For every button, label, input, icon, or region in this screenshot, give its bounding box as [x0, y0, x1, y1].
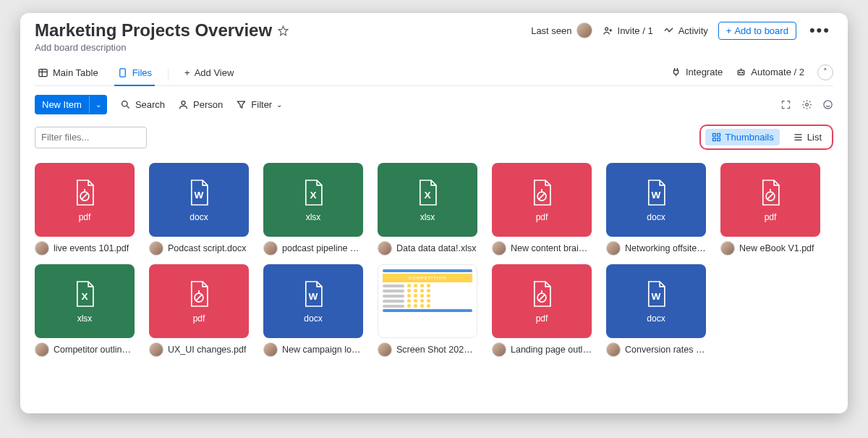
- docx-file-icon: W: [644, 177, 668, 208]
- gear-icon[interactable]: [801, 99, 812, 110]
- file-item[interactable]: XxlsxCompetitor outline d…: [35, 264, 135, 357]
- new-item-button[interactable]: New Item ⌄: [35, 95, 107, 114]
- svg-rect-3: [119, 69, 125, 77]
- file-item[interactable]: pdfNew content brain d…: [492, 163, 592, 256]
- svg-point-6: [742, 72, 743, 73]
- filter-files-input[interactable]: [41, 132, 163, 143]
- file-thumbnail[interactable]: Xxlsx: [263, 163, 363, 237]
- board-description[interactable]: Add board description: [35, 42, 833, 53]
- activity-button[interactable]: Activity: [663, 25, 708, 36]
- file-thumbnail[interactable]: pdf: [149, 264, 249, 338]
- xlsx-file-icon: X: [72, 279, 97, 309]
- file-thumbnail[interactable]: pdf: [492, 264, 592, 338]
- svg-text:X: X: [310, 190, 316, 201]
- file-name: Podcast script.docx: [168, 243, 246, 253]
- file-meta: Screen Shot 2021-03…: [378, 342, 477, 357]
- svg-text:W: W: [195, 190, 204, 201]
- file-item[interactable]: WdocxPodcast script.docx: [149, 163, 249, 256]
- activity-icon: [663, 25, 674, 36]
- grid-icon: [711, 132, 722, 143]
- fullscreen-icon[interactable]: [780, 99, 791, 110]
- invite-label: Invite / 1: [618, 25, 653, 36]
- file-meta: Podcast script.docx: [149, 241, 249, 256]
- file-item[interactable]: pdfUX_UI changes.pdf: [149, 264, 249, 357]
- screenshot-preview: COMPETITION: [383, 269, 472, 333]
- file-thumbnail[interactable]: Wdocx: [606, 264, 706, 338]
- file-thumbnail[interactable]: Wdocx: [149, 163, 249, 237]
- pdf-file-icon: [187, 279, 211, 309]
- collapse-icon[interactable]: ˄: [817, 64, 833, 80]
- invite-button[interactable]: Invite / 1: [603, 25, 653, 36]
- file-extension-label: pdf: [79, 212, 91, 222]
- tab-main-table-label: Main Table: [53, 67, 98, 78]
- file-item[interactable]: pdfLanding page outlin…: [492, 264, 592, 357]
- svg-rect-15: [717, 138, 720, 141]
- chevron-down-icon: ⌄: [276, 101, 282, 109]
- svg-marker-0: [278, 26, 288, 35]
- file-item[interactable]: Xxlsxpodcast pipeline dra…: [263, 163, 363, 256]
- avatar: [35, 342, 49, 357]
- filter-button[interactable]: Filter ⌄: [236, 99, 282, 110]
- more-menu-icon[interactable]: •••: [807, 21, 833, 40]
- chevron-down-icon[interactable]: ⌄: [89, 96, 107, 113]
- file-name: live events 101.pdf: [54, 243, 129, 253]
- file-item[interactable]: WdocxNew campaign logo …: [263, 264, 363, 357]
- file-name: Data data data!.xlsx: [396, 243, 476, 253]
- file-name: podcast pipeline dra…: [282, 243, 363, 253]
- plus-icon: +: [184, 67, 190, 78]
- svg-text:X: X: [424, 190, 430, 201]
- file-thumbnail[interactable]: pdf: [720, 163, 820, 237]
- avatar: [606, 241, 621, 256]
- file-item[interactable]: COMPETITIONScreen Shot 2021-03…: [378, 264, 477, 357]
- star-icon[interactable]: [278, 25, 289, 36]
- filter-files-input-wrap[interactable]: [35, 127, 147, 148]
- list-view-button[interactable]: List: [787, 129, 827, 146]
- automate-label: Automate / 2: [751, 67, 804, 77]
- file-item[interactable]: WdocxNetworking offsite i…: [606, 163, 706, 256]
- automate-button[interactable]: Automate / 2: [736, 67, 804, 77]
- search-button[interactable]: Search: [120, 99, 165, 110]
- smile-icon[interactable]: [822, 99, 833, 110]
- file-meta: Competitor outline d…: [35, 342, 135, 357]
- file-thumbnail[interactable]: COMPETITION: [378, 264, 477, 338]
- files-icon: [117, 67, 128, 78]
- thumbnails-view-button[interactable]: Thumbnails: [705, 129, 780, 146]
- new-item-label: New Item: [35, 95, 89, 114]
- xlsx-file-icon: X: [415, 177, 440, 208]
- file-thumbnail[interactable]: Wdocx: [606, 163, 706, 237]
- integrate-button[interactable]: Integrate: [671, 67, 723, 77]
- tab-main-table[interactable]: Main Table: [35, 63, 101, 85]
- file-thumbnail[interactable]: pdf: [35, 163, 135, 237]
- search-icon: [120, 99, 131, 110]
- file-item[interactable]: pdfNew eBook V1.pdf: [720, 163, 820, 256]
- person-plus-icon: [603, 25, 613, 36]
- file-item[interactable]: pdflive events 101.pdf: [35, 163, 135, 256]
- file-extension-label: pdf: [193, 313, 205, 324]
- avatar: [378, 342, 392, 357]
- file-thumbnail[interactable]: Xxlsx: [35, 264, 135, 338]
- last-seen[interactable]: Last seen: [531, 22, 592, 38]
- file-item[interactable]: WdocxConversion rates out…: [606, 264, 706, 357]
- file-extension-label: pdf: [536, 212, 548, 222]
- file-name: Screen Shot 2021-03…: [396, 345, 477, 355]
- file-meta: New campaign logo …: [263, 342, 363, 357]
- file-meta: New content brain d…: [492, 241, 592, 256]
- file-thumbnail[interactable]: Wdocx: [263, 264, 363, 338]
- add-view-button[interactable]: + Add View: [182, 63, 237, 85]
- tab-files[interactable]: Files: [114, 63, 155, 85]
- pdf-file-icon: [529, 177, 554, 208]
- activity-label: Activity: [678, 25, 708, 36]
- file-thumbnail[interactable]: Xxlsx: [378, 163, 477, 237]
- file-item[interactable]: XxlsxData data data!.xlsx: [378, 163, 477, 256]
- file-meta: New eBook V1.pdf: [720, 241, 820, 256]
- integrate-label: Integrate: [686, 67, 723, 77]
- avatar: [576, 22, 592, 38]
- add-to-board-button[interactable]: + Add to board: [718, 22, 796, 40]
- file-name: Competitor outline d…: [54, 345, 135, 355]
- view-toggle: Thumbnails List: [699, 125, 833, 150]
- person-filter[interactable]: Person: [178, 99, 223, 110]
- file-thumbnail[interactable]: pdf: [492, 163, 592, 237]
- file-meta: Data data data!.xlsx: [378, 241, 477, 256]
- svg-rect-2: [39, 70, 47, 77]
- file-extension-label: docx: [647, 212, 665, 222]
